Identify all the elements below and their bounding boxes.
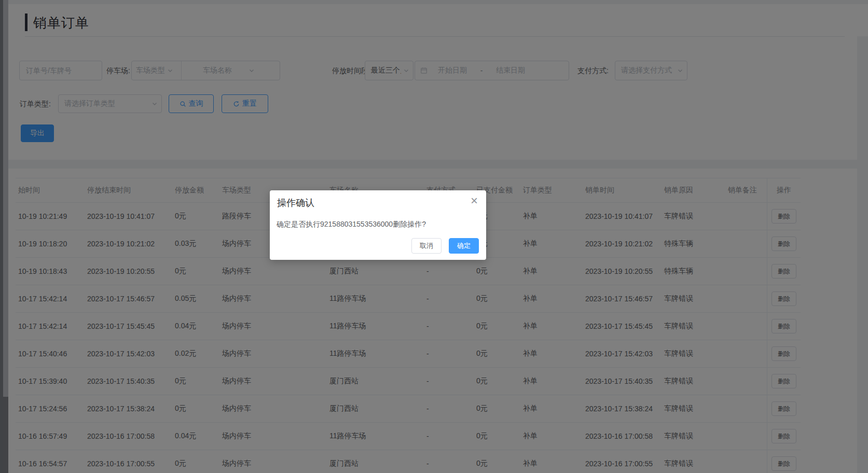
cancel-button[interactable]: 取消	[411, 238, 442, 254]
confirm-button[interactable]: 确定	[449, 238, 479, 254]
screen: 销单订单 停车场: 车场类型 车场名称 停放时间段: 最近三个月	[0, 0, 868, 473]
dialog-title: 操作确认	[277, 197, 314, 209]
dialog-footer: 取消 确定	[411, 238, 479, 254]
close-icon[interactable]: ×	[469, 193, 480, 208]
dialog-message: 确定是否执行921588031553536000删除操作?	[277, 220, 426, 229]
confirm-dialog: 操作确认 × 确定是否执行921588031553536000删除操作? 取消 …	[270, 190, 486, 260]
